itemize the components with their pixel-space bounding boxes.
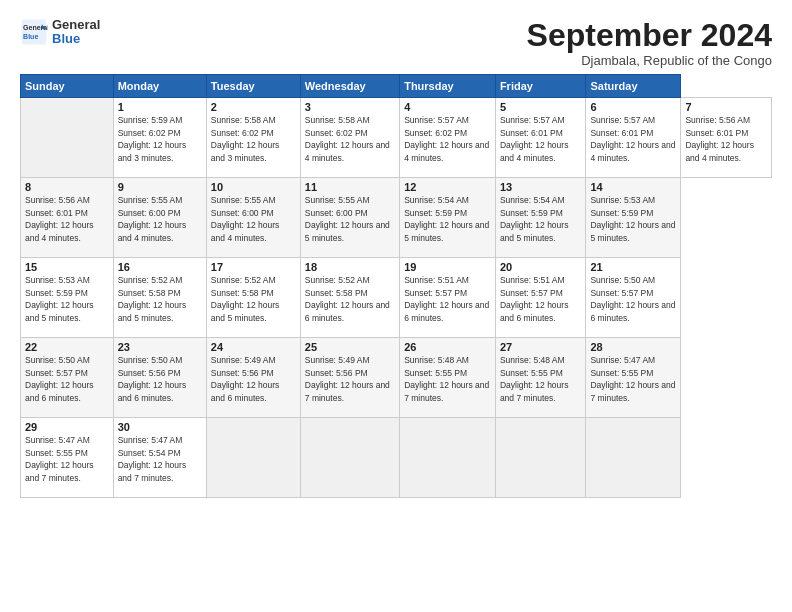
day-cell-1: 1Sunrise: 5:59 AMSunset: 6:02 PMDaylight…	[113, 98, 206, 178]
day-cell-22: 22Sunrise: 5:50 AMSunset: 5:57 PMDayligh…	[21, 338, 114, 418]
logo-icon: General Blue	[20, 18, 48, 46]
header-row: General Blue GeneralBlue September 2024 …	[20, 18, 772, 68]
calendar-week-1: 1Sunrise: 5:59 AMSunset: 6:02 PMDaylight…	[21, 98, 772, 178]
day-cell-21: 21Sunrise: 5:50 AMSunset: 5:57 PMDayligh…	[586, 258, 681, 338]
day-info: Sunrise: 5:59 AMSunset: 6:02 PMDaylight:…	[118, 115, 187, 162]
day-number: 21	[590, 261, 676, 273]
empty-cell	[21, 98, 114, 178]
empty-cell	[400, 418, 496, 498]
day-number: 4	[404, 101, 491, 113]
day-number: 10	[211, 181, 296, 193]
empty-cell	[495, 418, 586, 498]
day-info: Sunrise: 5:50 AMSunset: 5:56 PMDaylight:…	[118, 355, 187, 402]
day-number: 6	[590, 101, 676, 113]
day-info: Sunrise: 5:53 AMSunset: 5:59 PMDaylight:…	[25, 275, 94, 322]
day-cell-4: 4Sunrise: 5:57 AMSunset: 6:02 PMDaylight…	[400, 98, 496, 178]
day-number: 30	[118, 421, 202, 433]
day-cell-15: 15Sunrise: 5:53 AMSunset: 5:59 PMDayligh…	[21, 258, 114, 338]
day-info: Sunrise: 5:51 AMSunset: 5:57 PMDaylight:…	[500, 275, 569, 322]
day-info: Sunrise: 5:50 AMSunset: 5:57 PMDaylight:…	[590, 275, 675, 322]
day-info: Sunrise: 5:52 AMSunset: 5:58 PMDaylight:…	[305, 275, 390, 322]
day-number: 13	[500, 181, 582, 193]
calendar-header-sunday: Sunday	[21, 75, 114, 98]
day-info: Sunrise: 5:54 AMSunset: 5:59 PMDaylight:…	[404, 195, 489, 242]
day-info: Sunrise: 5:51 AMSunset: 5:57 PMDaylight:…	[404, 275, 489, 322]
day-cell-2: 2Sunrise: 5:58 AMSunset: 6:02 PMDaylight…	[206, 98, 300, 178]
day-info: Sunrise: 5:48 AMSunset: 5:55 PMDaylight:…	[404, 355, 489, 402]
day-info: Sunrise: 5:52 AMSunset: 5:58 PMDaylight:…	[211, 275, 280, 322]
day-number: 22	[25, 341, 109, 353]
logo-text: GeneralBlue	[52, 18, 100, 47]
day-cell-30: 30Sunrise: 5:47 AMSunset: 5:54 PMDayligh…	[113, 418, 206, 498]
calendar-header-friday: Friday	[495, 75, 586, 98]
day-cell-26: 26Sunrise: 5:48 AMSunset: 5:55 PMDayligh…	[400, 338, 496, 418]
day-info: Sunrise: 5:55 AMSunset: 6:00 PMDaylight:…	[118, 195, 187, 242]
calendar-header-saturday: Saturday	[586, 75, 681, 98]
day-number: 26	[404, 341, 491, 353]
day-cell-9: 9Sunrise: 5:55 AMSunset: 6:00 PMDaylight…	[113, 178, 206, 258]
day-cell-5: 5Sunrise: 5:57 AMSunset: 6:01 PMDaylight…	[495, 98, 586, 178]
day-number: 2	[211, 101, 296, 113]
calendar-week-5: 29Sunrise: 5:47 AMSunset: 5:55 PMDayligh…	[21, 418, 772, 498]
day-info: Sunrise: 5:52 AMSunset: 5:58 PMDaylight:…	[118, 275, 187, 322]
calendar-week-2: 8Sunrise: 5:56 AMSunset: 6:01 PMDaylight…	[21, 178, 772, 258]
day-cell-28: 28Sunrise: 5:47 AMSunset: 5:55 PMDayligh…	[586, 338, 681, 418]
day-cell-7: 7Sunrise: 5:56 AMSunset: 6:01 PMDaylight…	[681, 98, 772, 178]
day-cell-11: 11Sunrise: 5:55 AMSunset: 6:00 PMDayligh…	[300, 178, 399, 258]
calendar-week-4: 22Sunrise: 5:50 AMSunset: 5:57 PMDayligh…	[21, 338, 772, 418]
day-cell-18: 18Sunrise: 5:52 AMSunset: 5:58 PMDayligh…	[300, 258, 399, 338]
month-title: September 2024	[527, 18, 772, 53]
day-cell-10: 10Sunrise: 5:55 AMSunset: 6:00 PMDayligh…	[206, 178, 300, 258]
day-info: Sunrise: 5:47 AMSunset: 5:54 PMDaylight:…	[118, 435, 187, 482]
day-number: 11	[305, 181, 395, 193]
day-info: Sunrise: 5:57 AMSunset: 6:01 PMDaylight:…	[500, 115, 569, 162]
empty-cell	[586, 418, 681, 498]
day-number: 3	[305, 101, 395, 113]
day-info: Sunrise: 5:47 AMSunset: 5:55 PMDaylight:…	[25, 435, 94, 482]
calendar-table: SundayMondayTuesdayWednesdayThursdayFrid…	[20, 74, 772, 498]
day-cell-19: 19Sunrise: 5:51 AMSunset: 5:57 PMDayligh…	[400, 258, 496, 338]
day-info: Sunrise: 5:50 AMSunset: 5:57 PMDaylight:…	[25, 355, 94, 402]
calendar-week-3: 15Sunrise: 5:53 AMSunset: 5:59 PMDayligh…	[21, 258, 772, 338]
day-info: Sunrise: 5:48 AMSunset: 5:55 PMDaylight:…	[500, 355, 569, 402]
day-info: Sunrise: 5:55 AMSunset: 6:00 PMDaylight:…	[305, 195, 390, 242]
day-number: 25	[305, 341, 395, 353]
day-cell-17: 17Sunrise: 5:52 AMSunset: 5:58 PMDayligh…	[206, 258, 300, 338]
day-cell-6: 6Sunrise: 5:57 AMSunset: 6:01 PMDaylight…	[586, 98, 681, 178]
subtitle: Djambala, Republic of the Congo	[527, 53, 772, 68]
calendar-header-thursday: Thursday	[400, 75, 496, 98]
day-number: 28	[590, 341, 676, 353]
day-cell-24: 24Sunrise: 5:49 AMSunset: 5:56 PMDayligh…	[206, 338, 300, 418]
logo: General Blue GeneralBlue	[20, 18, 100, 47]
day-number: 14	[590, 181, 676, 193]
day-cell-29: 29Sunrise: 5:47 AMSunset: 5:55 PMDayligh…	[21, 418, 114, 498]
logo-blue: Blue	[52, 32, 100, 46]
day-cell-14: 14Sunrise: 5:53 AMSunset: 5:59 PMDayligh…	[586, 178, 681, 258]
day-cell-12: 12Sunrise: 5:54 AMSunset: 5:59 PMDayligh…	[400, 178, 496, 258]
day-cell-27: 27Sunrise: 5:48 AMSunset: 5:55 PMDayligh…	[495, 338, 586, 418]
day-number: 16	[118, 261, 202, 273]
day-info: Sunrise: 5:49 AMSunset: 5:56 PMDaylight:…	[305, 355, 390, 402]
day-info: Sunrise: 5:58 AMSunset: 6:02 PMDaylight:…	[211, 115, 280, 162]
day-cell-3: 3Sunrise: 5:58 AMSunset: 6:02 PMDaylight…	[300, 98, 399, 178]
day-info: Sunrise: 5:47 AMSunset: 5:55 PMDaylight:…	[590, 355, 675, 402]
day-info: Sunrise: 5:57 AMSunset: 6:01 PMDaylight:…	[590, 115, 675, 162]
day-info: Sunrise: 5:49 AMSunset: 5:56 PMDaylight:…	[211, 355, 280, 402]
title-block: September 2024 Djambala, Republic of the…	[527, 18, 772, 68]
day-cell-13: 13Sunrise: 5:54 AMSunset: 5:59 PMDayligh…	[495, 178, 586, 258]
day-number: 12	[404, 181, 491, 193]
day-number: 7	[685, 101, 767, 113]
day-number: 24	[211, 341, 296, 353]
day-info: Sunrise: 5:56 AMSunset: 6:01 PMDaylight:…	[685, 115, 754, 162]
day-number: 20	[500, 261, 582, 273]
day-info: Sunrise: 5:53 AMSunset: 5:59 PMDaylight:…	[590, 195, 675, 242]
day-info: Sunrise: 5:55 AMSunset: 6:00 PMDaylight:…	[211, 195, 280, 242]
day-number: 23	[118, 341, 202, 353]
day-cell-25: 25Sunrise: 5:49 AMSunset: 5:56 PMDayligh…	[300, 338, 399, 418]
calendar-header-tuesday: Tuesday	[206, 75, 300, 98]
empty-cell	[206, 418, 300, 498]
calendar-header-monday: Monday	[113, 75, 206, 98]
day-number: 18	[305, 261, 395, 273]
day-number: 17	[211, 261, 296, 273]
day-number: 15	[25, 261, 109, 273]
